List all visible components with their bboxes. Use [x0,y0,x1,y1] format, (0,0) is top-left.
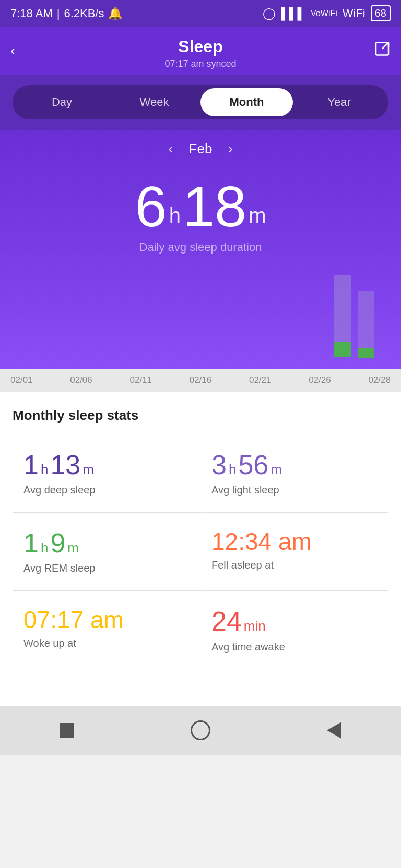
status-left: 7:18 AM | 6.2KB/s 🔔 [10,7,122,20]
minutes-number: 18 [183,178,246,235]
hours-number: 6 [135,178,167,235]
sync-status: 07:17 am synced [0,58,401,69]
back-icon [327,722,341,739]
export-button[interactable] [374,41,391,61]
stats-grid: 1 h 13 m Avg deep sleep 3 h 56 m Avg lig… [13,434,388,669]
deep-sleep-value: 1 h 13 m [23,450,190,480]
wifi-icon: WiFi [343,7,365,20]
home-icon [191,720,210,740]
next-month-button[interactable]: › [228,140,232,157]
sleep-duration-label: Daily avg sleep duration [0,240,401,264]
tab-week[interactable]: Week [108,88,200,116]
bottom-nav [0,706,401,755]
tab-container: Day Week Month Year [13,85,388,119]
page-header: ‹ Sleep 07:17 am synced [0,27,401,75]
sleep-hours-value: 6h 18m [135,178,266,235]
tab-bar: Day Week Month Year [0,75,401,130]
stat-woke-up: 07:17 am Woke up at [13,590,200,669]
current-month: Feb [189,141,213,157]
status-right: ◯ ▌▌▌ VoWiFi WiFi 68 [263,5,391,21]
page-title: Sleep [0,37,401,56]
light-sleep-label: Avg light sleep [211,484,378,496]
minutes-unit: m [249,205,266,226]
svg-line-1 [382,43,388,49]
deep-sleep-label: Avg deep sleep [23,484,190,496]
recents-icon [60,723,74,738]
nav-back-button[interactable] [321,717,347,743]
x-label-3: 02/16 [190,375,212,385]
status-bar: 7:18 AM | 6.2KB/s 🔔 ◯ ▌▌▌ VoWiFi WiFi 68 [0,0,401,27]
battery-icon: 68 [371,5,391,21]
svg-rect-3 [358,291,374,356]
fell-asleep-value: 12:34 am [211,528,378,555]
stat-avg-light-sleep: 3 h 56 m Avg light sleep [200,434,388,512]
prev-month-button[interactable]: ‹ [168,140,173,157]
svg-rect-5 [358,348,374,358]
chart-area: ‹ Feb › 6h 18m Daily avg sleep duration [0,130,401,369]
x-label-6: 02/28 [368,375,391,385]
hours-unit: h [169,205,181,226]
stats-card: Monthly sleep stats 1 h 13 m Avg deep sl… [0,392,401,674]
x-label-0: 02/01 [10,375,33,385]
bar-chart [0,264,401,369]
stat-fell-asleep: 12:34 am Fell asleep at [200,512,388,590]
tab-year[interactable]: Year [293,88,385,116]
svg-rect-4 [334,342,351,357]
time-awake-label: Avg time awake [211,641,378,653]
stat-avg-time-awake: 24 min Avg time awake [200,590,388,669]
time-awake-value: 24 min [211,607,378,636]
rem-sleep-value: 1 h 9 m [23,528,190,558]
back-button[interactable]: ‹ [10,42,15,59]
sleep-duration-display: 6h 18m [0,167,401,240]
stat-avg-rem-sleep: 1 h 9 m Avg REM sleep [13,512,200,590]
woke-up-label: Woke up at [23,637,190,649]
rem-sleep-label: Avg REM sleep [23,562,190,574]
light-sleep-value: 3 h 56 m [211,450,378,480]
woke-up-value: 07:17 am [23,607,190,633]
nav-home-button[interactable] [187,717,214,743]
vowifi-icon: VoWiFi [311,9,337,18]
status-speed: 6.2KB/s [64,7,104,20]
status-network: | [57,7,60,20]
month-nav: ‹ Feb › [0,135,401,167]
x-axis-labels: 02/01 02/06 02/11 02/16 02/21 02/26 02/2… [0,369,401,392]
x-label-2: 02/11 [129,375,152,385]
status-time: 7:18 AM [10,7,53,20]
tab-month[interactable]: Month [200,88,293,116]
silent-icon: 🔔 [108,7,122,20]
x-label-4: 02/21 [249,375,272,385]
stats-title: Monthly sleep stats [13,407,388,424]
x-label-5: 02/26 [309,375,331,385]
nav-recents-button[interactable] [54,717,80,743]
bluetooth-icon: ◯ [263,7,276,20]
stat-avg-deep-sleep: 1 h 13 m Avg deep sleep [13,434,200,512]
signal-icon: ▌▌▌ [281,7,305,20]
fell-asleep-label: Fell asleep at [211,559,378,571]
tab-day[interactable]: Day [16,88,108,116]
x-label-1: 02/06 [70,375,92,385]
